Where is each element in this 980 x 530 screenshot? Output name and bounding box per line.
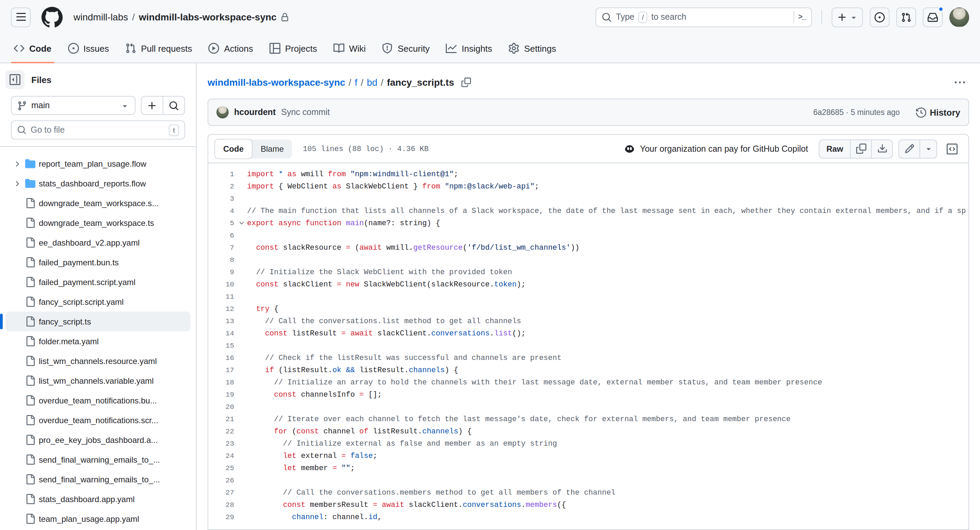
line-number[interactable]: 14 [208, 327, 235, 340]
chevron-right-icon[interactable] [12, 160, 22, 168]
line-number[interactable]: 4 [208, 205, 235, 217]
line-number[interactable]: 24 [208, 450, 235, 462]
commit-author-avatar[interactable] [216, 106, 229, 118]
line-number[interactable]: 16 [208, 352, 235, 364]
tab-wiki[interactable]: Wiki [325, 34, 374, 63]
history-button[interactable]: History [916, 107, 960, 117]
line-number[interactable]: 18 [208, 376, 235, 389]
play-icon [208, 43, 219, 54]
tree-item[interactable]: downgrade_team_workspace.ts [5, 213, 191, 233]
tree-item[interactable]: report_team_plan_usage.flow [5, 154, 191, 173]
line-number[interactable]: 29 [208, 511, 235, 523]
collapse-sidebar-button[interactable] [5, 70, 24, 89]
copy-file-button[interactable] [851, 140, 871, 157]
tree-item[interactable]: folder.meta.yaml [5, 331, 191, 351]
search-input[interactable]: Type / to search >_ [595, 7, 812, 27]
tree-item[interactable]: list_wm_channels.variable.yaml [5, 371, 191, 390]
line-number[interactable]: 11 [208, 290, 235, 303]
chevron-right-icon[interactable] [12, 179, 22, 187]
tree-item[interactable]: team_plan_usage.app.yaml [5, 509, 191, 528]
line-number[interactable]: 27 [208, 486, 235, 499]
issues-button[interactable] [870, 7, 889, 27]
download-button[interactable] [872, 140, 892, 157]
copilot-chat-button[interactable]: >_ [798, 13, 806, 21]
add-file-button[interactable] [142, 97, 163, 114]
commit-author[interactable]: hcourdent [234, 108, 275, 117]
repo-link[interactable]: windmill-labs-workspace-sync [139, 11, 277, 22]
tab-insights[interactable]: Insights [438, 34, 501, 63]
branch-selector[interactable]: main [11, 96, 135, 115]
tree-item[interactable]: failed_payment.bun.ts [5, 252, 191, 272]
edit-button[interactable] [899, 140, 920, 157]
copilot-banner[interactable]: Your organization can pay for GitHub Cop… [624, 143, 808, 154]
hamburger-menu-button[interactable] [11, 7, 30, 27]
line-number[interactable]: 5 [208, 217, 235, 229]
org-link[interactable]: windmill-labs [73, 11, 128, 22]
line-number[interactable]: 12 [208, 303, 235, 315]
line-number[interactable]: 25 [208, 462, 235, 474]
line-number[interactable]: 2 [208, 180, 235, 192]
tree-item[interactable]: overdue_team_notifications.scr... [5, 410, 191, 430]
tab-settings[interactable]: Settings [500, 34, 564, 63]
tree-item[interactable]: overdue_team_notifications.bu... [5, 390, 191, 410]
line-number[interactable]: 17 [208, 364, 235, 376]
github-logo[interactable] [41, 6, 63, 27]
line-number[interactable]: 8 [208, 254, 235, 266]
fold-gutter [235, 474, 247, 486]
pull-requests-button[interactable] [896, 7, 916, 27]
tab-pull-requests[interactable]: Pull requests [117, 34, 200, 63]
tree-item[interactable]: failed_payment.script.yaml [5, 272, 191, 292]
tree-item[interactable]: stats_dashboard_reports.flow [5, 173, 191, 193]
tree-item[interactable]: downgrade_team_workspace.s... [5, 193, 191, 213]
tab-code[interactable]: Code [5, 34, 60, 63]
blame-tab[interactable]: Blame [253, 139, 292, 158]
tab-issues[interactable]: Issues [60, 34, 117, 63]
search-tree-button[interactable] [163, 97, 185, 114]
line-number[interactable]: 21 [208, 413, 235, 425]
line-number[interactable]: 26 [208, 474, 235, 486]
tree-item[interactable]: send_final_warning_emails_to_... [5, 450, 191, 470]
edit-dropdown-button[interactable] [920, 140, 937, 157]
tree-item-label: team_plan_usage.app.yaml [39, 514, 139, 524]
tab-security[interactable]: Security [374, 34, 438, 63]
line-number[interactable]: 15 [208, 340, 235, 352]
inbox-button[interactable] [923, 7, 943, 27]
tree-item[interactable]: pro_ee_key_jobs_dashboard.a... [5, 430, 191, 450]
user-avatar[interactable] [950, 7, 969, 27]
line-number[interactable]: 6 [208, 229, 235, 241]
commit-message[interactable]: Sync commit [281, 108, 330, 117]
line-number[interactable]: 3 [208, 192, 235, 205]
symbols-panel-button[interactable] [943, 139, 962, 158]
fold-toggle-icon[interactable] [235, 217, 247, 229]
tree-item[interactable]: fancy_script.script.yaml [5, 292, 191, 312]
line-number[interactable]: 1 [208, 168, 235, 180]
line-number[interactable]: 22 [208, 425, 235, 438]
code-line: 21 // Iterate over each channel to fetch… [208, 413, 969, 425]
go-to-file-input[interactable]: Go to file t [11, 121, 185, 140]
tab-projects[interactable]: Projects [261, 34, 325, 63]
create-new-button[interactable] [832, 7, 863, 27]
raw-button[interactable]: Raw [820, 140, 850, 157]
tree-item[interactable]: stats_dashboard.app.yaml [5, 489, 191, 509]
line-number[interactable]: 19 [208, 389, 235, 401]
line-number[interactable]: 7 [208, 241, 235, 254]
code-blame-toggle: Code Blame [215, 139, 292, 158]
copy-path-button[interactable] [462, 78, 471, 87]
tree-item[interactable]: list_wm_channels.resource.yaml [5, 351, 191, 371]
breadcrumb-folder-f[interactable]: f [355, 77, 357, 88]
line-number[interactable]: 10 [208, 278, 235, 290]
line-number[interactable]: 20 [208, 401, 235, 413]
breadcrumb-folder-bd[interactable]: bd [367, 77, 377, 88]
more-options-button[interactable] [950, 73, 969, 92]
breadcrumb-repo-link[interactable]: windmill-labs-workspace-sync [208, 77, 345, 88]
tree-item[interactable]: send_final_warning_emails_to_... [5, 470, 191, 489]
tree-item[interactable]: fancy_script.ts [5, 312, 191, 331]
tree-item[interactable]: ee_dashboard_v2.app.yaml [5, 233, 191, 252]
line-number[interactable]: 23 [208, 438, 235, 450]
line-number[interactable]: 9 [208, 266, 235, 278]
line-number[interactable]: 13 [208, 315, 235, 327]
code-text: const slackResource = (await wmill.getRe… [247, 241, 579, 254]
line-number[interactable]: 28 [208, 499, 235, 511]
code-tab[interactable]: Code [215, 138, 253, 159]
tab-actions[interactable]: Actions [200, 34, 261, 63]
